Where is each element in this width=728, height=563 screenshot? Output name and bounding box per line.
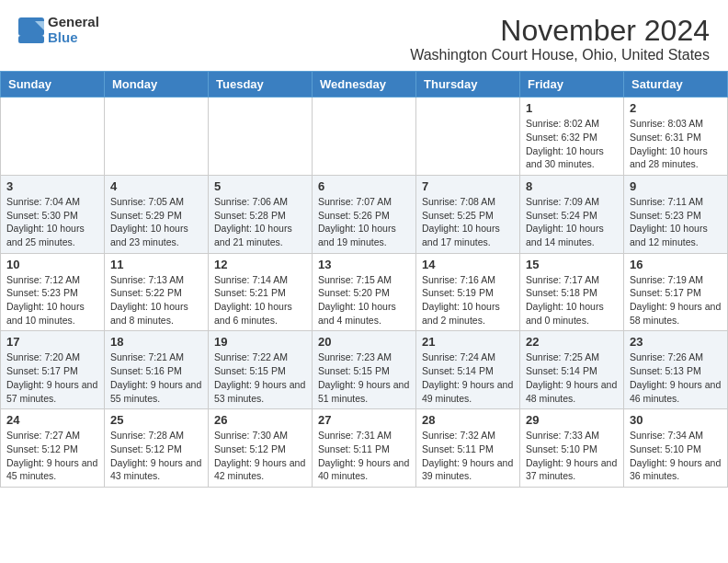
day-number: 12 <box>214 258 306 271</box>
day-info: Sunrise: 7:08 AM Sunset: 5:25 PM Dayligh… <box>422 195 514 249</box>
day-number: 29 <box>526 413 618 427</box>
day-number: 3 <box>6 179 98 193</box>
calendar-cell: 19Sunrise: 7:22 AM Sunset: 5:15 PM Dayli… <box>209 331 313 409</box>
calendar-cell: 14Sunrise: 7:16 AM Sunset: 5:19 PM Dayli… <box>416 253 520 331</box>
svg-rect-0 <box>18 17 44 36</box>
day-info: Sunrise: 7:06 AM Sunset: 5:28 PM Dayligh… <box>214 195 306 249</box>
calendar-cell: 18Sunrise: 7:21 AM Sunset: 5:16 PM Dayli… <box>105 331 209 409</box>
day-info: Sunrise: 8:02 AM Sunset: 6:32 PM Dayligh… <box>526 117 618 171</box>
day-info: Sunrise: 7:31 AM Sunset: 5:11 PM Dayligh… <box>318 429 410 483</box>
day-info: Sunrise: 7:05 AM Sunset: 5:29 PM Dayligh… <box>110 195 202 249</box>
day-info: Sunrise: 7:28 AM Sunset: 5:12 PM Dayligh… <box>110 429 202 483</box>
calendar-week-row: 1Sunrise: 8:02 AM Sunset: 6:32 PM Daylig… <box>1 98 728 176</box>
calendar-week-row: 3Sunrise: 7:04 AM Sunset: 5:30 PM Daylig… <box>1 175 728 253</box>
day-number: 22 <box>526 335 618 349</box>
day-number: 7 <box>422 179 514 193</box>
calendar-cell <box>313 98 416 176</box>
day-info: Sunrise: 7:24 AM Sunset: 5:14 PM Dayligh… <box>422 350 514 405</box>
calendar-cell: 29Sunrise: 7:33 AM Sunset: 5:10 PM Dayli… <box>520 409 624 488</box>
day-info: Sunrise: 7:22 AM Sunset: 5:15 PM Dayligh… <box>214 350 306 405</box>
day-info: Sunrise: 7:13 AM Sunset: 5:22 PM Dayligh… <box>110 273 202 327</box>
day-number: 8 <box>526 179 618 193</box>
calendar-cell <box>209 98 313 176</box>
day-info: Sunrise: 7:25 AM Sunset: 5:14 PM Dayligh… <box>526 350 618 405</box>
day-info: Sunrise: 8:03 AM Sunset: 6:31 PM Dayligh… <box>630 117 722 171</box>
calendar-cell: 25Sunrise: 7:28 AM Sunset: 5:12 PM Dayli… <box>105 409 209 488</box>
calendar-cell: 24Sunrise: 7:27 AM Sunset: 5:12 PM Dayli… <box>1 409 105 488</box>
day-number: 14 <box>422 258 514 271</box>
weekday-header-row: SundayMondayTuesdayWednesdayThursdayFrid… <box>1 72 728 98</box>
calendar-cell: 4Sunrise: 7:05 AM Sunset: 5:29 PM Daylig… <box>105 175 209 253</box>
weekday-header: Sunday <box>1 72 105 98</box>
weekday-header: Saturday <box>624 72 728 98</box>
calendar-cell: 8Sunrise: 7:09 AM Sunset: 5:24 PM Daylig… <box>520 175 624 253</box>
day-info: Sunrise: 7:34 AM Sunset: 5:10 PM Dayligh… <box>630 429 722 483</box>
calendar-cell: 28Sunrise: 7:32 AM Sunset: 5:11 PM Dayli… <box>416 409 520 488</box>
day-number: 18 <box>110 335 202 349</box>
logo-icon <box>18 17 44 43</box>
day-number: 4 <box>110 179 202 193</box>
day-info: Sunrise: 7:17 AM Sunset: 5:18 PM Dayligh… <box>526 273 618 327</box>
location-subtitle: Washington Court House, Ohio, United Sta… <box>410 47 710 63</box>
calendar-cell: 6Sunrise: 7:07 AM Sunset: 5:26 PM Daylig… <box>313 175 416 253</box>
calendar-cell: 7Sunrise: 7:08 AM Sunset: 5:25 PM Daylig… <box>416 175 520 253</box>
calendar-week-row: 10Sunrise: 7:12 AM Sunset: 5:23 PM Dayli… <box>1 253 728 331</box>
calendar-cell: 27Sunrise: 7:31 AM Sunset: 5:11 PM Dayli… <box>313 409 416 488</box>
day-info: Sunrise: 7:16 AM Sunset: 5:19 PM Dayligh… <box>422 273 514 327</box>
calendar-cell <box>105 98 209 176</box>
day-number: 26 <box>214 413 306 427</box>
calendar-cell: 11Sunrise: 7:13 AM Sunset: 5:22 PM Dayli… <box>105 253 209 331</box>
calendar-cell: 22Sunrise: 7:25 AM Sunset: 5:14 PM Dayli… <box>520 331 624 409</box>
svg-rect-2 <box>18 36 44 43</box>
day-number: 27 <box>318 413 410 427</box>
calendar-cell: 1Sunrise: 8:02 AM Sunset: 6:32 PM Daylig… <box>520 98 624 176</box>
day-info: Sunrise: 7:19 AM Sunset: 5:17 PM Dayligh… <box>630 273 722 327</box>
calendar-cell: 15Sunrise: 7:17 AM Sunset: 5:18 PM Dayli… <box>520 253 624 331</box>
calendar-cell: 30Sunrise: 7:34 AM Sunset: 5:10 PM Dayli… <box>624 409 728 488</box>
calendar-cell: 10Sunrise: 7:12 AM Sunset: 5:23 PM Dayli… <box>1 253 105 331</box>
day-number: 30 <box>630 413 722 427</box>
calendar-cell: 20Sunrise: 7:23 AM Sunset: 5:15 PM Dayli… <box>313 331 416 409</box>
day-info: Sunrise: 7:07 AM Sunset: 5:26 PM Dayligh… <box>318 195 410 249</box>
day-info: Sunrise: 7:26 AM Sunset: 5:13 PM Dayligh… <box>630 350 722 405</box>
day-number: 9 <box>630 179 722 193</box>
day-info: Sunrise: 7:12 AM Sunset: 5:23 PM Dayligh… <box>6 273 98 327</box>
day-info: Sunrise: 7:14 AM Sunset: 5:21 PM Dayligh… <box>214 273 306 327</box>
weekday-header: Tuesday <box>209 72 313 98</box>
day-info: Sunrise: 7:27 AM Sunset: 5:12 PM Dayligh… <box>6 429 98 483</box>
logo-general: General <box>48 15 99 30</box>
logo: General Blue <box>18 15 99 45</box>
day-number: 19 <box>214 335 306 349</box>
day-info: Sunrise: 7:23 AM Sunset: 5:15 PM Dayligh… <box>318 350 410 405</box>
day-number: 20 <box>318 335 410 349</box>
day-info: Sunrise: 7:30 AM Sunset: 5:12 PM Dayligh… <box>214 429 306 483</box>
header: General Blue November 2024 Washington Co… <box>0 0 728 71</box>
weekday-header: Thursday <box>416 72 520 98</box>
calendar-cell: 3Sunrise: 7:04 AM Sunset: 5:30 PM Daylig… <box>1 175 105 253</box>
day-number: 23 <box>630 335 722 349</box>
calendar-cell <box>1 98 105 176</box>
day-info: Sunrise: 7:33 AM Sunset: 5:10 PM Dayligh… <box>526 429 618 483</box>
day-info: Sunrise: 7:15 AM Sunset: 5:20 PM Dayligh… <box>318 273 410 327</box>
calendar-week-row: 24Sunrise: 7:27 AM Sunset: 5:12 PM Dayli… <box>1 409 728 488</box>
day-number: 15 <box>526 258 618 271</box>
day-number: 17 <box>6 335 98 349</box>
calendar-cell: 23Sunrise: 7:26 AM Sunset: 5:13 PM Dayli… <box>624 331 728 409</box>
weekday-header: Wednesday <box>313 72 416 98</box>
day-number: 25 <box>110 413 202 427</box>
day-info: Sunrise: 7:09 AM Sunset: 5:24 PM Dayligh… <box>526 195 618 249</box>
calendar-cell: 12Sunrise: 7:14 AM Sunset: 5:21 PM Dayli… <box>209 253 313 331</box>
day-info: Sunrise: 7:11 AM Sunset: 5:23 PM Dayligh… <box>630 195 722 249</box>
day-number: 24 <box>6 413 98 427</box>
calendar-cell: 13Sunrise: 7:15 AM Sunset: 5:20 PM Dayli… <box>313 253 416 331</box>
day-number: 16 <box>630 258 722 271</box>
day-number: 10 <box>6 258 98 271</box>
weekday-header: Friday <box>520 72 624 98</box>
day-number: 21 <box>422 335 514 349</box>
day-number: 28 <box>422 413 514 427</box>
day-info: Sunrise: 7:21 AM Sunset: 5:16 PM Dayligh… <box>110 350 202 405</box>
day-info: Sunrise: 7:04 AM Sunset: 5:30 PM Dayligh… <box>6 195 98 249</box>
day-number: 11 <box>110 258 202 271</box>
day-number: 13 <box>318 258 410 271</box>
month-title: November 2024 <box>410 15 710 47</box>
